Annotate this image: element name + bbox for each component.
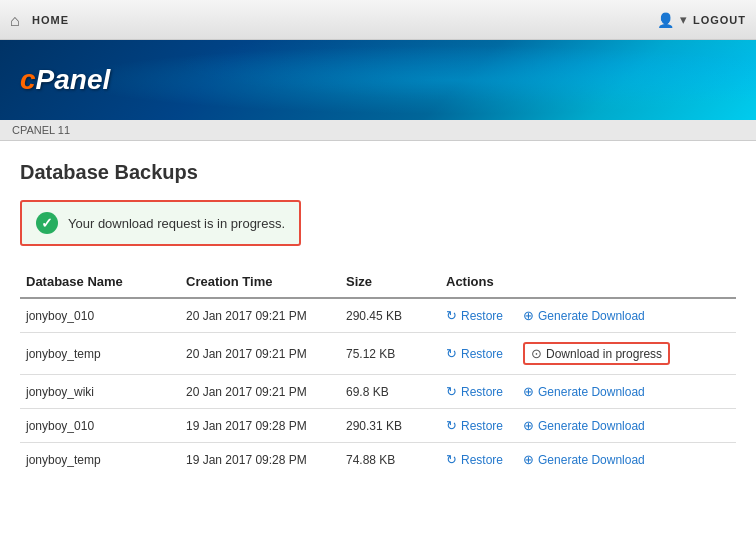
restore-label: Restore [461, 347, 503, 361]
database-table: Database Name Creation Time Size Actions… [20, 266, 736, 476]
spinner-icon: ⊙ [531, 346, 542, 361]
db-name-cell: jonyboy_010 [20, 298, 180, 333]
db-name-cell: jonyboy_wiki [20, 375, 180, 409]
table-row: jonyboy_01020 Jan 2017 09:21 PM290.45 KB… [20, 298, 736, 333]
user-icon: 👤 [657, 12, 674, 28]
home-icon [10, 12, 26, 28]
generate-download-label: Generate Download [538, 419, 645, 433]
table-row: jonyboy_wiki20 Jan 2017 09:21 PM69.8 KB↻… [20, 375, 736, 409]
size-cell: 290.45 KB [340, 298, 440, 333]
page-title: Database Backups [20, 161, 736, 184]
generate-download-label: Generate Download [538, 309, 645, 323]
size-cell: 69.8 KB [340, 375, 440, 409]
size-cell: 75.12 KB [340, 333, 440, 375]
plus-circle-icon: ⊕ [523, 308, 534, 323]
actions-cell: ↻Restore⊙Download in progress [440, 333, 736, 375]
download-progress-button[interactable]: ⊙Download in progress [523, 342, 670, 365]
restore-label: Restore [461, 419, 503, 433]
restore-button[interactable]: ↻Restore [446, 418, 503, 433]
actions-cell: ↻Restore⊕Generate Download [440, 375, 736, 409]
restore-label: Restore [461, 385, 503, 399]
creation-time-cell: 19 Jan 2017 09:28 PM [180, 443, 340, 477]
creation-time-cell: 20 Jan 2017 09:21 PM [180, 298, 340, 333]
generate-download-label: Generate Download [538, 385, 645, 399]
cpanel-logo: cPanel [20, 64, 110, 96]
size-cell: 74.88 KB [340, 443, 440, 477]
restore-button[interactable]: ↻Restore [446, 308, 503, 323]
plus-circle-icon: ⊕ [523, 384, 534, 399]
logout-label[interactable]: LOGOUT [693, 14, 746, 26]
table-row: jonyboy_temp19 Jan 2017 09:28 PM74.88 KB… [20, 443, 736, 477]
actions-cell: ↻Restore⊕Generate Download [440, 298, 736, 333]
creation-time-cell: 20 Jan 2017 09:21 PM [180, 333, 340, 375]
col-header-actions: Actions [440, 266, 736, 298]
top-nav: HOME 👤 ▾ LOGOUT [0, 0, 756, 40]
actions-cell: ↻Restore⊕Generate Download [440, 409, 736, 443]
restore-button[interactable]: ↻Restore [446, 384, 503, 399]
logo-c: c [20, 64, 36, 95]
generate-download-button[interactable]: ⊕Generate Download [523, 418, 645, 433]
refresh-icon: ↻ [446, 346, 457, 361]
table-row: jonyboy_temp20 Jan 2017 09:21 PM75.12 KB… [20, 333, 736, 375]
breadcrumb-label: CPANEL 11 [12, 124, 70, 136]
generate-download-button[interactable]: ⊕Generate Download [523, 384, 645, 399]
refresh-icon: ↻ [446, 384, 457, 399]
success-icon: ✓ [36, 212, 58, 234]
db-name-cell: jonyboy_010 [20, 409, 180, 443]
chevron-down-icon[interactable]: ▾ [680, 12, 687, 27]
nav-right: 👤 ▾ LOGOUT [657, 12, 746, 28]
plus-circle-icon: ⊕ [523, 452, 534, 467]
size-cell: 290.31 KB [340, 409, 440, 443]
generate-download-button[interactable]: ⊕Generate Download [523, 452, 645, 467]
main-content: Database Backups ✓ Your download request… [0, 141, 756, 486]
col-header-creation-time: Creation Time [180, 266, 340, 298]
col-header-size: Size [340, 266, 440, 298]
table-header-row: Database Name Creation Time Size Actions [20, 266, 736, 298]
header-banner: cPanel [0, 40, 756, 120]
breadcrumb: CPANEL 11 [0, 120, 756, 141]
restore-label: Restore [461, 309, 503, 323]
refresh-icon: ↻ [446, 452, 457, 467]
db-name-cell: jonyboy_temp [20, 333, 180, 375]
generate-download-button[interactable]: ⊕Generate Download [523, 308, 645, 323]
notice-text: Your download request is in progress. [68, 216, 285, 231]
creation-time-cell: 20 Jan 2017 09:21 PM [180, 375, 340, 409]
restore-button[interactable]: ↻Restore [446, 452, 503, 467]
notice-box: ✓ Your download request is in progress. [20, 200, 301, 246]
home-label[interactable]: HOME [32, 14, 69, 26]
col-header-db-name: Database Name [20, 266, 180, 298]
download-progress-label: Download in progress [546, 347, 662, 361]
plus-circle-icon: ⊕ [523, 418, 534, 433]
restore-button[interactable]: ↻Restore [446, 346, 503, 361]
actions-cell: ↻Restore⊕Generate Download [440, 443, 736, 477]
generate-download-label: Generate Download [538, 453, 645, 467]
db-name-cell: jonyboy_temp [20, 443, 180, 477]
refresh-icon: ↻ [446, 308, 457, 323]
refresh-icon: ↻ [446, 418, 457, 433]
logo-panel: Panel [36, 64, 111, 95]
creation-time-cell: 19 Jan 2017 09:28 PM [180, 409, 340, 443]
table-row: jonyboy_01019 Jan 2017 09:28 PM290.31 KB… [20, 409, 736, 443]
nav-left: HOME [10, 12, 69, 28]
restore-label: Restore [461, 453, 503, 467]
